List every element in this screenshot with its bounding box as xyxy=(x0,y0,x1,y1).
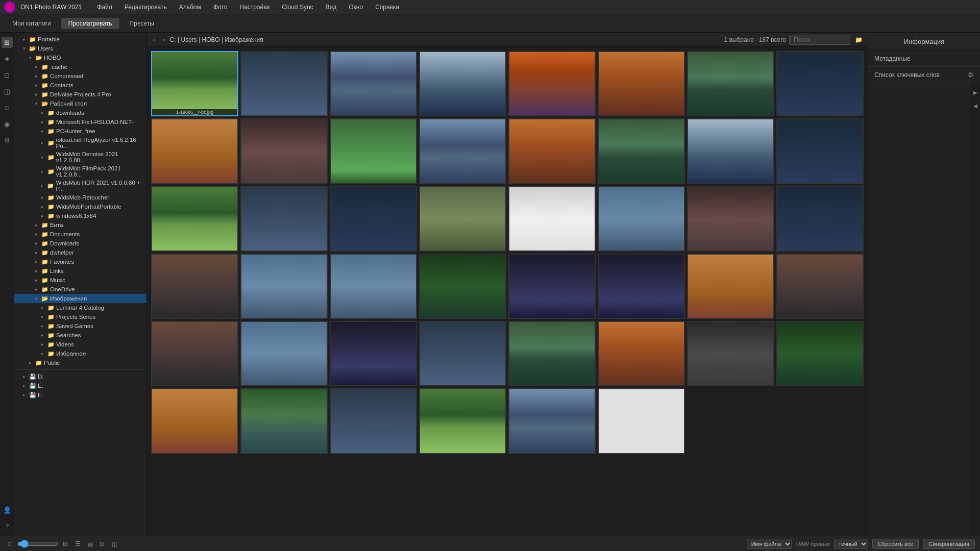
filename-select[interactable]: Имя файла xyxy=(747,539,792,549)
photo-thumb-29[interactable] xyxy=(598,254,685,319)
sidebar-item-6[interactable]: ▸📁DeNoise Projects 4 Pro xyxy=(14,90,146,99)
sidebar-item-17[interactable]: ▸📁windows6.1x64 xyxy=(14,211,146,220)
photo-thumb-16[interactable] xyxy=(151,186,238,252)
photo-thumb-41[interactable] xyxy=(240,388,328,454)
sidebar-item-23[interactable]: ▸📁Links xyxy=(14,266,146,276)
photo-thumb-43[interactable] xyxy=(419,388,506,454)
sidebar-item-28[interactable]: ▸📁Projects Series xyxy=(14,312,146,321)
quality-select[interactable]: точный xyxy=(834,539,868,549)
tab-browse[interactable]: Просматривать xyxy=(61,18,119,29)
sidebar-item-15[interactable]: ▸📁WidsMob Retoucher xyxy=(14,193,146,202)
menu-help[interactable]: Справка xyxy=(370,3,404,12)
sidebar-item-3[interactable]: ▸📁.cache xyxy=(14,62,146,71)
sidebar-item-13[interactable]: ▸📁WidsMob FilmPack 2021 v1.2.0.8... xyxy=(14,164,146,179)
photo-thumb-10[interactable] xyxy=(330,118,417,184)
photo-thumb-5[interactable] xyxy=(598,51,685,116)
photo-thumb-17[interactable] xyxy=(240,186,328,252)
nav-back-button[interactable]: ‹ xyxy=(151,35,157,44)
folder-icon[interactable]: 📁 xyxy=(853,35,864,45)
sidebar-item-26[interactable]: ▾📂Изображения xyxy=(14,294,146,303)
photo-thumb-2[interactable] xyxy=(330,51,417,116)
photo-thumb-9[interactable] xyxy=(240,118,328,184)
tools-icon[interactable]: ⚙ xyxy=(2,135,13,146)
compare-icon[interactable]: ◫ xyxy=(109,539,119,549)
photo-thumb-36[interactable] xyxy=(508,321,596,386)
photo-thumb-28[interactable] xyxy=(508,254,596,319)
right-strip-btn-2[interactable]: ◀ xyxy=(970,101,981,111)
sidebar-item-20[interactable]: ▸📁Downloads xyxy=(14,239,146,248)
photo-thumb-45[interactable] xyxy=(598,388,685,454)
layers-icon[interactable]: ◫ xyxy=(2,86,13,97)
sidebar-item-7[interactable]: ▾📂Рабочий стол xyxy=(14,99,146,108)
face-icon[interactable]: ☺ xyxy=(2,102,13,113)
sidebar-item-0[interactable]: ▸📁Portable xyxy=(14,35,146,44)
sidebar-item-9[interactable]: ▸📁Microsoft.Fixit-RSLOAD.NET- xyxy=(14,117,146,127)
photo-thumb-40[interactable] xyxy=(151,388,238,454)
photo-thumb-7[interactable] xyxy=(776,51,864,116)
tab-presets[interactable]: Пресеты xyxy=(122,18,161,29)
grid-view-icon[interactable]: ⊞ xyxy=(60,539,70,549)
sidebar-item-24[interactable]: ▸📁Music xyxy=(14,276,146,285)
sidebar-item-29[interactable]: ▸📁Saved Games xyxy=(14,321,146,331)
photo-thumb-13[interactable] xyxy=(598,118,685,184)
reset-all-button[interactable]: Сбросить все xyxy=(872,539,919,549)
sidebar-item-4[interactable]: ▸📁Compressed xyxy=(14,71,146,81)
tab-my-catalogs[interactable]: Мои каталоги xyxy=(5,18,58,29)
photo-thumb-32[interactable] xyxy=(151,321,238,386)
photo-thumb-35[interactable] xyxy=(419,321,506,386)
photo-thumb-12[interactable] xyxy=(508,118,596,184)
list-view-icon[interactable]: ☰ xyxy=(72,539,83,549)
photo-thumb-21[interactable] xyxy=(598,186,685,252)
photo-thumb-20[interactable] xyxy=(508,186,596,252)
sidebar-item-11[interactable]: ▸📁rsload.net RegAlyzer v1.6.2.16 Po... xyxy=(14,136,146,150)
photo-thumb-42[interactable] xyxy=(330,388,417,454)
drive-item-1[interactable]: ▸💾E: xyxy=(14,381,146,390)
star-icon[interactable]: ★ xyxy=(2,53,13,64)
photo-thumb-14[interactable] xyxy=(687,118,774,184)
nav-fwd-button[interactable]: › xyxy=(160,35,166,44)
sidebar-item-31[interactable]: ▸📁Videos xyxy=(14,340,146,349)
sidebar-item-21[interactable]: ▸📁dwhelper xyxy=(14,248,146,257)
sync-button[interactable]: Синхронизация xyxy=(923,539,975,549)
user-icon[interactable]: 👤 xyxy=(2,504,13,515)
keywords-gear-icon[interactable]: ⚙ xyxy=(968,71,974,79)
sidebar-item-22[interactable]: ▸📁Favorites xyxy=(14,257,146,266)
photo-thumb-38[interactable] xyxy=(687,321,774,386)
sidebar-item-33[interactable]: ▸📁Public xyxy=(14,358,146,367)
photo-thumb-11[interactable] xyxy=(419,118,506,184)
photo-thumb-18[interactable] xyxy=(330,186,417,252)
menu-photo[interactable]: Фото xyxy=(208,3,233,12)
sidebar-item-10[interactable]: ▸📁PCHunter_free xyxy=(14,127,146,136)
filmstrip-icon[interactable]: ▤ xyxy=(85,539,95,549)
menu-file[interactable]: Файл xyxy=(92,3,117,12)
photo-thumb-23[interactable] xyxy=(776,186,864,252)
menu-settings[interactable]: Настройки xyxy=(234,3,275,12)
sidebar-item-25[interactable]: ▸📁OneDrive xyxy=(14,285,146,294)
photo-thumb-1[interactable] xyxy=(240,51,328,116)
photo-thumb-33[interactable] xyxy=(240,321,328,386)
filter-icon[interactable]: ⊡ xyxy=(2,69,13,81)
drive-item-0[interactable]: ▸💾D: xyxy=(14,372,146,381)
grid2-icon[interactable]: ⊟ xyxy=(97,539,107,549)
photo-thumb-27[interactable] xyxy=(419,254,506,319)
menu-window[interactable]: Окно xyxy=(344,3,368,12)
sidebar-item-30[interactable]: ▸📁Searches xyxy=(14,331,146,340)
photo-thumb-6[interactable] xyxy=(687,51,774,116)
sidebar-item-19[interactable]: ▸📁Documents xyxy=(14,230,146,239)
photo-thumb-0[interactable]: 1-19086__r-pc.jpg xyxy=(151,51,238,116)
square-icon[interactable]: □ xyxy=(5,539,15,549)
sidebar-item-5[interactable]: ▸📁Contacts xyxy=(14,81,146,90)
photo-thumb-3[interactable] xyxy=(419,51,506,116)
photo-thumb-4[interactable] xyxy=(508,51,596,116)
menu-edit[interactable]: Редактировать xyxy=(119,3,172,12)
sidebar-item-1[interactable]: ▾📂Users xyxy=(14,44,146,53)
photo-thumb-25[interactable] xyxy=(240,254,328,319)
help-icon[interactable]: ? xyxy=(2,520,13,532)
photo-thumb-30[interactable] xyxy=(687,254,774,319)
browse-icon[interactable]: ⊞ xyxy=(2,37,13,48)
photo-thumb-31[interactable] xyxy=(776,254,864,319)
sidebar-item-12[interactable]: ▸📁WidsMob Denoise 2021 v1.2.0.88... xyxy=(14,150,146,164)
photo-thumb-44[interactable] xyxy=(508,388,596,454)
sidebar-item-2[interactable]: ▾📂НОВО xyxy=(14,53,146,62)
sidebar-item-16[interactable]: ▸📁WidsMobPortraitPortable xyxy=(14,202,146,211)
